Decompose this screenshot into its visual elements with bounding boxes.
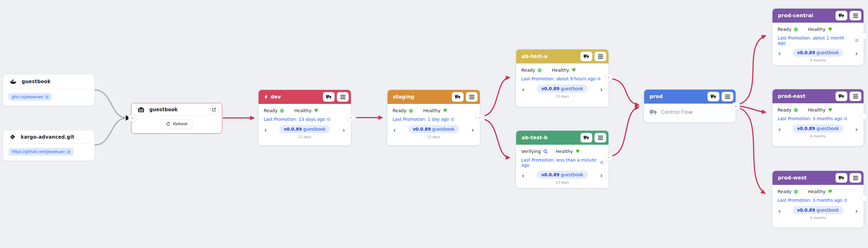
chevron-right-icon[interactable]: ›: [855, 124, 859, 133]
stage-title: ab-test-a: [522, 54, 547, 59]
last-promotion-link[interactable]: Last Promotion: 13 days ago: [264, 117, 330, 122]
chevron-left-icon[interactable]: ‹: [521, 84, 525, 93]
stage-node-prod-west[interactable]: prod-west Ready Healthy♥ Last Promotion:…: [773, 171, 864, 228]
stage-menu-button[interactable]: [849, 173, 861, 183]
stage-menu-button[interactable]: [849, 11, 861, 20]
freight-chip[interactable]: v0.0.89 guestbook: [793, 49, 843, 57]
chevron-right-icon[interactable]: ›: [855, 49, 859, 57]
repo-link-chip[interactable]: ghcr.io/jessesuen: [9, 93, 52, 101]
chevron-left-icon[interactable]: ‹: [778, 124, 781, 133]
stage-header: ab-test-b: [516, 131, 609, 145]
last-promotion-text: Last Promotion: about 1 month ago: [778, 35, 854, 46]
collapse-downstream-button[interactable]: −: [476, 113, 484, 122]
freight-timeline-button[interactable]: [708, 92, 719, 101]
ready-status: Ready: [778, 189, 808, 194]
stage-node-dev[interactable]: dev Ready Healthy♥ Last Promotion: 13 da…: [258, 90, 351, 145]
collapse-downstream-button[interactable]: −: [604, 153, 613, 161]
ready-dot-icon: [280, 109, 284, 113]
last-promotion-text: Last Promotion: 3 months ago: [778, 198, 842, 203]
status-row: Ready Healthy♥: [393, 108, 475, 113]
freight-chip[interactable]: v0.0.89 guestbook: [279, 125, 330, 133]
health-status: Healthy♥: [808, 107, 832, 112]
last-promotion-text: Last Promotion: 1 day ago: [393, 117, 449, 122]
collapse-minus-icon: −: [131, 116, 134, 120]
stage-node-ab-test-b[interactable]: ab-test-b Verifying Healthy♥ Last Promot…: [516, 131, 609, 188]
last-promotion-link[interactable]: Last Promotion: about 9 hours ago: [521, 76, 600, 81]
stage-menu-button[interactable]: [337, 92, 349, 102]
healthy-heart-icon: ♥: [576, 149, 580, 154]
stage-header: dev: [258, 90, 351, 104]
freight-timeline-button[interactable]: [323, 92, 335, 102]
stage-node-prod[interactable]: prod Control Flow −: [644, 89, 736, 122]
freight-timeline-button[interactable]: [581, 52, 592, 61]
external-link-icon: [844, 117, 847, 120]
freight-truck-icon: [326, 95, 332, 99]
collapse-downstream-button[interactable]: −: [347, 113, 355, 122]
lightning-icon: [264, 94, 268, 100]
hamburger-menu-icon: [598, 55, 603, 59]
last-promotion-text: Last Promotion: less than a minute ago: [521, 158, 598, 168]
warehouse-node-guestbook[interactable]: guestbook Refresh −: [131, 103, 222, 134]
chevron-left-icon[interactable]: ‹: [393, 125, 396, 134]
collapse-downstream-button[interactable]: −: [604, 73, 613, 82]
chevron-right-icon[interactable]: ›: [855, 206, 859, 215]
chevron-right-icon[interactable]: ›: [342, 125, 346, 134]
freight-truck-icon: [455, 95, 460, 99]
chevron-right-icon[interactable]: ›: [599, 170, 603, 179]
stage-menu-button[interactable]: [594, 52, 606, 61]
chevron-left-icon[interactable]: ‹: [521, 170, 525, 179]
freight-chip[interactable]: v0.0.89 guestbook: [537, 84, 588, 93]
repo-link-chip[interactable]: https://github.com/jessesuen: [9, 148, 73, 156]
freight-timeline-button[interactable]: [836, 173, 847, 183]
stage-node-prod-central[interactable]: prod-central Ready Healthy♥ Last Promoti…: [773, 9, 864, 65]
freight-chip[interactable]: v0.0.89 guestbook: [408, 125, 459, 133]
status-row: Ready Healthy♥: [264, 108, 346, 113]
freight-truck-icon: [711, 94, 716, 99]
pipeline-canvas[interactable]: guestbook ghcr.io/jessesuen kargo-advanc…: [0, 0, 868, 248]
freight-chip[interactable]: v0.0.89 guestbook: [537, 170, 588, 179]
stage-title: staging: [393, 94, 414, 100]
collapse-downstream-button[interactable]: −: [732, 102, 740, 110]
verifying-status: Verifying: [521, 149, 556, 154]
chevron-right-icon[interactable]: ›: [599, 84, 603, 93]
stage-menu-button[interactable]: [594, 133, 606, 142]
stage-node-ab-test-a[interactable]: ab-test-a Ready Healthy♥ Last Promotion:…: [516, 49, 609, 107]
last-promotion-link[interactable]: Last Promotion: less than a minute ago: [521, 158, 603, 168]
ready-status: Ready: [393, 108, 423, 113]
freight-chip[interactable]: v0.0.89 guestbook: [793, 124, 843, 133]
freight-timeline-button[interactable]: [452, 92, 464, 102]
status-row: Verifying Healthy♥: [521, 149, 603, 154]
freight-timeline-button[interactable]: [581, 133, 592, 142]
status-row: Ready Healthy♥: [778, 107, 859, 112]
refresh-label: Refresh: [173, 121, 188, 126]
last-promotion-link[interactable]: Last Promotion: 3 months ago: [778, 198, 847, 203]
stage-menu-button[interactable]: [466, 92, 477, 102]
docker-whale-icon: [9, 78, 17, 85]
last-promotion-link[interactable]: Last Promotion: 3 months ago: [778, 116, 847, 121]
stage-menu-button[interactable]: [849, 91, 861, 101]
ready-status: Ready: [521, 67, 552, 73]
hamburger-menu-icon: [340, 95, 345, 99]
freight-timeline-button[interactable]: [836, 91, 847, 101]
collapse-upstream-button[interactable]: −: [128, 115, 136, 121]
chevron-left-icon[interactable]: ‹: [264, 125, 268, 134]
stage-header: prod-central: [773, 9, 864, 23]
collapse-minus-icon: −: [478, 115, 481, 120]
warehouse-open-button[interactable]: [209, 105, 219, 114]
stage-node-prod-east[interactable]: prod-east Ready Healthy♥ Last Promotion:…: [773, 89, 864, 146]
last-promotion-link[interactable]: Last Promotion: 1 day ago: [393, 117, 454, 122]
freight-timeline-button[interactable]: [836, 11, 847, 20]
chevron-left-icon[interactable]: ‹: [778, 206, 781, 215]
warehouse-icon: [137, 106, 145, 113]
repo-card-title: kargo-advanced.git: [21, 134, 74, 140]
edge-staging-to-ab-test-a: [485, 78, 509, 116]
freight-row: ‹ v0.0.89 guestbook 4 months ›: [778, 49, 859, 62]
refresh-button[interactable]: Refresh: [161, 119, 193, 129]
stage-node-staging[interactable]: staging Ready Healthy♥ Last Promotion: 1…: [388, 90, 480, 145]
freight-chip[interactable]: v0.0.89 guestbook: [793, 206, 843, 214]
chevron-left-icon[interactable]: ‹: [778, 49, 781, 57]
last-promotion-link[interactable]: Last Promotion: about 1 month ago: [778, 35, 859, 46]
chevron-right-icon[interactable]: ›: [471, 125, 475, 134]
control-flow-label: Control Flow: [661, 109, 692, 115]
stage-menu-button[interactable]: [721, 92, 733, 101]
